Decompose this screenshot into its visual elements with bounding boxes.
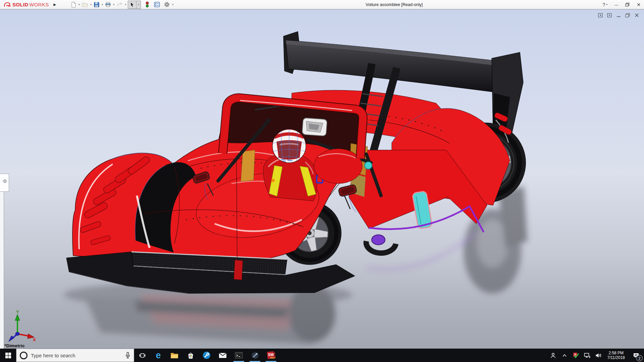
network-icon[interactable] xyxy=(582,349,592,362)
solidworks-logo: SOLIDWORKS xyxy=(0,0,52,9)
file-explorer-icon xyxy=(170,352,178,359)
store-button[interactable] xyxy=(182,349,199,362)
action-center-button[interactable]: 2 xyxy=(629,349,643,362)
feature-pane-splitter[interactable] xyxy=(0,174,4,349)
teal-fitting xyxy=(365,162,372,169)
cortana-circle-icon[interactable] xyxy=(20,352,28,359)
file-explorer-button[interactable] xyxy=(166,349,182,362)
pane-handle-dot[interactable] xyxy=(3,179,7,183)
taskbar-clock[interactable]: 2:58 PM 7/11/2018 xyxy=(605,351,628,360)
show-left-pane-icon[interactable] xyxy=(598,13,603,17)
orientation-triad: Y X xyxy=(4,310,36,343)
orange-dot xyxy=(271,179,275,182)
mail-icon xyxy=(219,353,227,358)
app-window-controls: ?▾ — ✕ xyxy=(602,0,641,9)
solidworks-status-icon[interactable] xyxy=(571,349,581,362)
brand-name-light: WORKS xyxy=(29,2,49,7)
main-toolbar: ▾ ▾ ▾ ▾ ▾ ▾ xyxy=(69,1,174,9)
system-tray: 2:58 PM 7/11/2018 2 xyxy=(548,349,644,362)
dropdown-caret-icon[interactable]: ▾ xyxy=(78,3,80,6)
undo-button[interactable] xyxy=(115,1,124,9)
dropdown-caret-icon[interactable]: ▾ xyxy=(171,3,174,6)
solidworks-3ds-swoosh-icon xyxy=(3,2,11,8)
rebuild-button[interactable] xyxy=(144,1,151,9)
app-title-bar: SOLIDWORKS ▶ ▾ ▾ ▾ ▾ ▾ ▾ xyxy=(0,0,644,9)
document-window-controls xyxy=(598,13,639,17)
windows-taskbar: Type here to search e xyxy=(0,349,644,362)
dropdown-caret-icon[interactable]: ▾ xyxy=(606,3,607,6)
show-right-pane-icon[interactable] xyxy=(607,13,612,17)
rebuild-traffic-light-icon xyxy=(145,1,150,8)
new-document-button[interactable] xyxy=(69,1,77,9)
dropdown-caret-icon[interactable]: ▾ xyxy=(101,3,104,6)
close-button[interactable]: ✕ xyxy=(637,2,641,7)
diagnostics-hexagon-icon xyxy=(251,352,259,359)
microphone-icon[interactable] xyxy=(125,352,130,359)
triad-y-label: Y xyxy=(16,310,19,314)
solidworks-2017-button[interactable]: SW 2017 xyxy=(263,349,279,362)
store-icon xyxy=(187,352,194,359)
menu-expand-arrow-icon[interactable]: ▶ xyxy=(54,3,56,6)
diagnostics-hexagon-button[interactable] xyxy=(247,349,263,362)
graphics-viewport[interactable]: Y X *Dimetric xyxy=(0,9,644,349)
display-pane-icon xyxy=(154,2,160,7)
command-prompt-button[interactable] xyxy=(231,349,247,362)
minimize-icon[interactable] xyxy=(616,13,621,17)
close-icon[interactable] xyxy=(634,13,639,17)
clock-time: 2:58 PM xyxy=(608,351,624,355)
undo-icon xyxy=(116,2,123,7)
start-button[interactable] xyxy=(0,349,16,362)
taskbar-apps: e SW xyxy=(134,349,279,362)
display-pane-button[interactable] xyxy=(153,1,161,9)
volume-icon[interactable] xyxy=(594,349,604,362)
notification-count-badge: 2 xyxy=(636,355,643,361)
dropdown-caret-icon[interactable]: ▾ xyxy=(136,1,141,8)
restore-icon[interactable] xyxy=(625,13,630,17)
dropdown-caret-icon[interactable]: ▾ xyxy=(124,3,127,6)
open-folder-icon xyxy=(82,2,88,7)
print-button[interactable] xyxy=(104,1,112,9)
print-icon xyxy=(105,2,111,7)
triad-x-label: X xyxy=(33,337,36,342)
help-button[interactable]: ?▾ xyxy=(602,2,607,7)
people-icon[interactable] xyxy=(548,349,558,362)
select-arrow-icon[interactable] xyxy=(128,1,136,8)
clock-date: 7/11/2018 xyxy=(607,355,625,360)
minimize-button[interactable]: — xyxy=(614,3,618,7)
search-input[interactable]: Type here to search xyxy=(16,349,134,362)
support-wrench-button[interactable] xyxy=(199,349,215,362)
select-tool-button[interactable]: ▾ xyxy=(128,1,141,9)
feature-pane-collapsed-tab[interactable] xyxy=(0,174,9,192)
save-floppy-icon xyxy=(94,2,100,8)
3d-model-scene[interactable] xyxy=(0,9,644,349)
task-view-icon xyxy=(139,353,146,358)
options-button[interactable] xyxy=(163,1,171,9)
edge-button[interactable]: e xyxy=(150,349,166,362)
options-gear-icon xyxy=(164,1,170,8)
windows-start-icon xyxy=(5,353,11,358)
dropdown-caret-icon[interactable]: ▾ xyxy=(90,3,92,6)
search-placeholder: Type here to search xyxy=(31,353,122,358)
support-wrench-icon xyxy=(203,351,211,359)
intake-box xyxy=(302,118,327,136)
solidworks-app-window: SOLIDWORKS ▶ ▾ ▾ ▾ ▾ ▾ ▾ xyxy=(0,0,644,362)
task-view-button[interactable] xyxy=(134,349,150,362)
new-document-icon xyxy=(70,2,76,8)
hidden-icons-chevron-icon[interactable] xyxy=(559,349,570,362)
brand-name-bold: SOLID xyxy=(12,2,28,7)
sw-icon-letters: SW xyxy=(268,353,274,357)
open-button[interactable] xyxy=(81,1,89,9)
solidworks-2017-icon: SW 2017 xyxy=(266,351,276,360)
window-title: Voiture assomblee [Read-only] xyxy=(366,0,423,9)
view-orientation-label: *Dimetric xyxy=(4,343,25,348)
restore-window-icon[interactable] xyxy=(625,3,630,7)
command-prompt-icon xyxy=(235,352,243,359)
sw-icon-year: 2017 xyxy=(270,357,276,359)
dropdown-caret-icon[interactable]: ▾ xyxy=(112,3,115,6)
edge-icon: e xyxy=(156,351,161,360)
mail-button[interactable] xyxy=(215,349,231,362)
save-button[interactable] xyxy=(93,1,101,9)
